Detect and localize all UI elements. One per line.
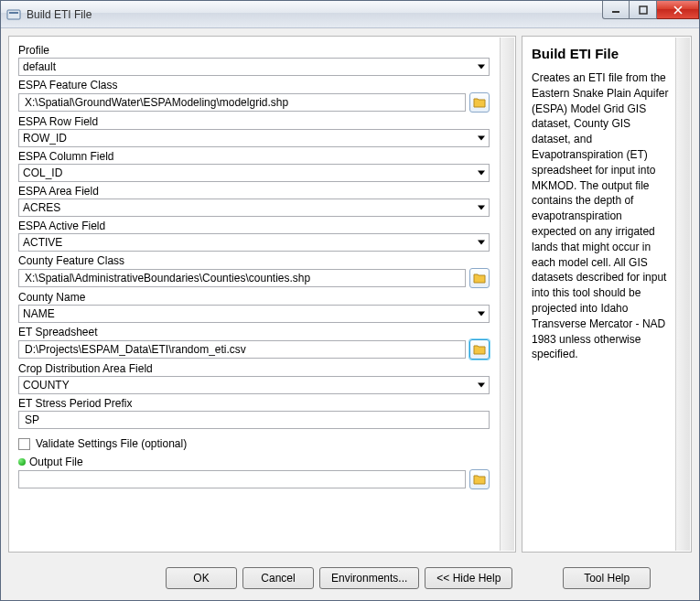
window-title: Build ETI File <box>27 8 92 21</box>
window-controls <box>602 1 699 19</box>
svg-rect-2 <box>612 11 619 13</box>
county-name-dropdown[interactable]: NAME <box>18 305 490 323</box>
espa-fc-text[interactable] <box>23 95 461 110</box>
param-county-name: County Name NAME <box>18 289 490 323</box>
et-spreadsheet-browse-button[interactable] <box>469 339 490 360</box>
espa-active-value: ACTIVE <box>23 236 62 249</box>
label-espa-col: ESPA Column Field <box>18 148 490 164</box>
et-prefix-input[interactable] <box>18 411 490 429</box>
output-file-text[interactable] <box>23 472 461 487</box>
chevron-down-icon <box>478 241 485 245</box>
output-file-browse-button[interactable] <box>469 469 490 489</box>
button-group-left: OK Cancel Environments... << Hide Help <box>166 567 512 589</box>
chevron-down-icon <box>478 312 485 317</box>
espa-area-value: ACRES <box>23 201 60 214</box>
param-county-fc: County Feature Class <box>18 252 490 288</box>
param-espa-area: ESPA Area Field ACRES <box>18 183 490 217</box>
param-espa-row: ESPA Row Field ROW_ID <box>18 113 490 147</box>
validate-checkbox[interactable] <box>18 438 30 450</box>
close-button[interactable] <box>657 1 699 19</box>
titlebar[interactable]: Build ETI File <box>1 1 699 28</box>
svg-rect-0 <box>7 10 20 19</box>
label-output-file: Output File <box>18 454 490 469</box>
scrollbar[interactable] <box>500 38 514 551</box>
espa-col-value: COL_ID <box>23 166 62 179</box>
folder-icon <box>473 344 486 355</box>
chevron-down-icon <box>478 171 485 176</box>
tool-help-button[interactable]: Tool Help <box>563 567 651 589</box>
et-spreadsheet-input[interactable] <box>18 340 466 359</box>
param-et-spreadsheet: ET Spreadsheet <box>18 324 490 360</box>
param-espa-fc: ESPA Feature Class <box>18 77 490 113</box>
label-espa-row: ESPA Row Field <box>18 113 490 129</box>
param-validate: Validate Settings File (optional) <box>18 430 490 454</box>
profile-dropdown[interactable]: default <box>18 58 490 76</box>
label-espa-area: ESPA Area Field <box>18 183 490 199</box>
param-crop-dist: Crop Distribution Area Field COUNTY <box>18 360 490 394</box>
param-output-file: Output File <box>18 454 490 489</box>
svg-rect-1 <box>9 12 18 14</box>
county-fc-browse-button[interactable] <box>469 268 490 288</box>
et-spreadsheet-text[interactable] <box>23 342 461 357</box>
button-group-right: Tool Help <box>523 567 690 589</box>
folder-icon <box>473 97 486 108</box>
folder-icon <box>473 474 486 485</box>
ok-button[interactable]: OK <box>166 567 237 589</box>
label-espa-active: ESPA Active Field <box>18 218 490 233</box>
content-area: Profile default ESPA Feature Class <box>1 28 699 600</box>
label-output-file-text: Output File <box>29 456 83 468</box>
et-prefix-text[interactable] <box>23 413 485 427</box>
maximize-button[interactable] <box>630 1 657 19</box>
parameters-panel: Profile default ESPA Feature Class <box>8 36 516 553</box>
folder-icon <box>473 273 486 284</box>
help-body: Creates an ETI file from the Eastern Sna… <box>532 70 669 362</box>
label-espa-fc: ESPA Feature Class <box>18 77 490 92</box>
param-espa-col: ESPA Column Field COL_ID <box>18 148 490 182</box>
label-profile: Profile <box>18 42 490 58</box>
app-window: Build ETI File Profile <box>0 0 700 601</box>
chevron-down-icon <box>478 383 485 388</box>
param-espa-active: ESPA Active Field ACTIVE <box>18 218 490 252</box>
minimize-button[interactable] <box>602 1 630 19</box>
espa-col-dropdown[interactable]: COL_ID <box>18 164 490 182</box>
crop-dist-value: COUNTY <box>23 379 70 392</box>
county-fc-input[interactable] <box>18 269 466 287</box>
crop-dist-dropdown[interactable]: COUNTY <box>18 376 490 394</box>
scrollbar[interactable] <box>675 38 690 551</box>
required-dot-icon <box>18 458 26 466</box>
chevron-down-icon <box>478 136 485 141</box>
chevron-down-icon <box>478 65 485 70</box>
app-icon <box>6 7 21 22</box>
label-et-spreadsheet: ET Spreadsheet <box>18 324 490 339</box>
espa-area-dropdown[interactable]: ACRES <box>18 199 490 217</box>
espa-active-dropdown[interactable]: ACTIVE <box>18 233 490 252</box>
help-title: Build ETI File <box>532 46 669 61</box>
county-fc-text[interactable] <box>23 271 461 285</box>
chevron-down-icon <box>478 206 485 210</box>
label-validate: Validate Settings File (optional) <box>36 437 187 450</box>
svg-rect-3 <box>640 6 647 14</box>
label-county-fc: County Feature Class <box>18 252 490 268</box>
espa-fc-browse-button[interactable] <box>469 92 490 113</box>
param-et-prefix: ET Stress Period Prefix <box>18 395 490 429</box>
espa-fc-input[interactable] <box>18 93 466 112</box>
button-bar: OK Cancel Environments... << Hide Help T… <box>1 560 699 600</box>
label-crop-dist: Crop Distribution Area Field <box>18 360 490 376</box>
param-profile: Profile default <box>18 42 490 76</box>
cancel-button[interactable]: Cancel <box>242 567 314 589</box>
county-name-value: NAME <box>23 307 55 320</box>
label-county-name: County Name <box>18 289 490 305</box>
espa-row-value: ROW_ID <box>23 132 67 145</box>
label-et-prefix: ET Stress Period Prefix <box>18 395 490 411</box>
help-panel: Build ETI File Creates an ETI file from … <box>522 36 692 553</box>
environments-button[interactable]: Environments... <box>319 567 419 589</box>
output-file-input[interactable] <box>18 470 466 488</box>
espa-row-dropdown[interactable]: ROW_ID <box>18 129 490 147</box>
hide-help-button[interactable]: << Hide Help <box>425 567 512 589</box>
panels: Profile default ESPA Feature Class <box>1 28 699 560</box>
profile-value: default <box>23 60 56 73</box>
